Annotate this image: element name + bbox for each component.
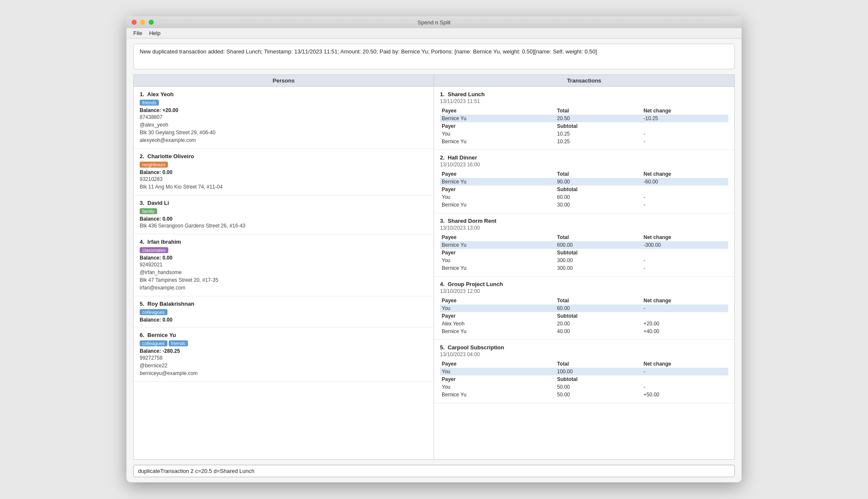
person-detail: Blk 47 Tampines Street 20, #17-35 [140, 276, 428, 284]
menu-help[interactable]: Help [146, 29, 164, 37]
payer-netchange: - [642, 201, 729, 209]
person-detail: Blk 30 Geylang Street 29, #06-40 [140, 129, 428, 136]
person-name: 3. David Li [140, 200, 428, 206]
command-text: duplicateTransaction 2 c=20.5 d=Shared L… [138, 468, 255, 474]
person-detail: @alex_yeoh [140, 121, 428, 129]
payer-subtotal: 300.00 [555, 264, 642, 272]
payee-total: 100.00 [555, 368, 642, 375]
list-item[interactable]: 2. Charlotte Oliveiro neighbours Balance… [134, 149, 434, 195]
payer-name: Alex Yeoh [440, 320, 555, 328]
payer-subtotal: 60.00 [555, 193, 642, 201]
payer-netchange: +50.00 [642, 391, 729, 399]
main-content: Persons 1. Alex Yeoh friends Balance: +2… [133, 74, 735, 460]
menu-file[interactable]: File [130, 29, 146, 37]
list-item[interactable]: 3. David Li family Balance: 0.00 Blk 436… [134, 195, 434, 234]
maximize-button[interactable] [149, 20, 154, 25]
col-header-payee: Payee [440, 170, 555, 178]
table-row[interactable]: 5. Carpool Subscription 13/10/2023 04:00… [434, 340, 734, 403]
col-header-netchange: Net change [642, 233, 729, 241]
person-name: 1. Alex Yeoh [140, 91, 428, 97]
person-tag: neighbours [140, 162, 168, 168]
col-header-total: Total [555, 297, 642, 304]
transaction-title: 3. Shared Dorm Rent [440, 218, 728, 224]
col-header-empty [642, 186, 729, 193]
person-name: 5. Roy Balakrishnan [140, 301, 428, 307]
person-tag: colleagues [140, 340, 167, 346]
transaction-date: 13/11/2023 11:51 [440, 98, 728, 104]
person-balance: Balance: 0.00 [140, 255, 428, 261]
payee-netchange: - [642, 304, 729, 312]
payer-subtotal: 40.00 [555, 328, 642, 335]
col-header-payee: Payee [440, 233, 555, 241]
transaction-table: Payee Total Net change You 60.00 - Payer… [440, 297, 728, 335]
col-header-empty [642, 122, 729, 130]
payer-subtotal: 50.00 [555, 391, 642, 399]
payer-netchange: - [642, 383, 729, 391]
person-details: 93210283Blk 11 Ang Mo Kio Street 74, #11… [140, 175, 428, 191]
notification-text: New duplicated transaction added: Shared… [140, 48, 597, 55]
table-row[interactable]: 1. Shared Lunch 13/11/2023 11:51 Payee T… [434, 87, 734, 150]
list-item[interactable]: 1. Alex Yeoh friends Balance: +20.00 874… [134, 87, 434, 149]
payer-netchange: +20.00 [642, 320, 729, 328]
payer-netchange: - [642, 138, 729, 145]
list-item[interactable]: 4. Irfan Ibrahim classmates Balance: 0.0… [134, 234, 434, 296]
command-bar[interactable]: duplicateTransaction 2 c=20.5 d=Shared L… [133, 465, 735, 477]
payee-name: Bernice Yu [440, 178, 555, 186]
payer-subtotal: 10.25 [555, 138, 642, 145]
person-name: 2. Charlotte Oliveiro [140, 153, 428, 159]
person-tag: friends [140, 100, 159, 106]
payee-name: You [440, 304, 555, 312]
col-header-subtotal: Subtotal [555, 375, 642, 383]
person-tag: family [140, 208, 157, 214]
person-detail: @bernice22 [140, 362, 428, 369]
col-header-payer: Payer [440, 249, 555, 257]
person-tag: colleagues [140, 309, 167, 315]
col-header-total: Total [555, 170, 642, 178]
transaction-date: 13/10/2023 16:00 [440, 162, 728, 168]
payer-name: Bernice Yu [440, 201, 555, 209]
payer-netchange: - [642, 193, 729, 201]
window-title: Spend n Split [417, 19, 450, 26]
person-detail: 92492021 [140, 261, 428, 269]
payer-name: You [440, 257, 555, 264]
col-header-payee: Payee [440, 360, 555, 368]
payer-netchange: +40.00 [642, 328, 729, 335]
close-button[interactable] [132, 20, 137, 25]
col-header-total: Total [555, 107, 642, 115]
person-balance: Balance: -280.25 [140, 348, 428, 354]
col-header-empty [642, 312, 729, 320]
payee-netchange: - [642, 368, 729, 375]
payee-total: 20.50 [555, 115, 642, 122]
notification-area: New duplicated transaction added: Shared… [133, 44, 735, 69]
table-row[interactable]: 4. Group Project Lunch 13/10/2023 12:00 … [434, 277, 734, 340]
payer-name: Bernice Yu [440, 264, 555, 272]
payer-subtotal: 300.00 [555, 257, 642, 264]
person-detail: @irfan_handsome [140, 269, 428, 276]
payer-subtotal: 10.25 [555, 130, 642, 138]
payer-netchange: - [642, 130, 729, 138]
payee-total: 600.00 [555, 241, 642, 249]
person-detail: berniceyu@example.com [140, 369, 428, 377]
col-header-empty [642, 249, 729, 257]
minimize-button[interactable] [140, 20, 145, 25]
payer-name: Bernice Yu [440, 391, 555, 399]
payer-subtotal: 30.00 [555, 201, 642, 209]
table-row[interactable]: 2. Hall Dinner 13/10/2023 16:00 Payee To… [434, 150, 734, 213]
person-balance: Balance: 0.00 [140, 317, 428, 323]
menu-bar: File Help [126, 28, 742, 38]
col-header-total: Total [555, 233, 642, 241]
list-item[interactable]: 5. Roy Balakrishnan colleagues Balance: … [134, 296, 434, 328]
transaction-table: Payee Total Net change Bernice Yu 600.00… [440, 233, 728, 272]
person-details: 99272758@bernice22berniceyu@example.com [140, 354, 428, 377]
person-balance: Balance: +20.00 [140, 107, 428, 113]
col-header-netchange: Net change [642, 170, 729, 178]
col-header-subtotal: Subtotal [555, 122, 642, 130]
table-row[interactable]: 3. Shared Dorm Rent 13/10/2023 13:00 Pay… [434, 213, 734, 277]
transactions-header: Transactions [434, 75, 734, 87]
persons-header: Persons [134, 75, 434, 87]
payer-subtotal: 50.00 [555, 383, 642, 391]
list-item[interactable]: 6. Bernice Yu colleaguesfriends Balance:… [134, 328, 434, 382]
person-tag: friends [169, 340, 188, 346]
col-header-subtotal: Subtotal [555, 312, 642, 320]
transaction-title: 1. Shared Lunch [440, 91, 728, 97]
